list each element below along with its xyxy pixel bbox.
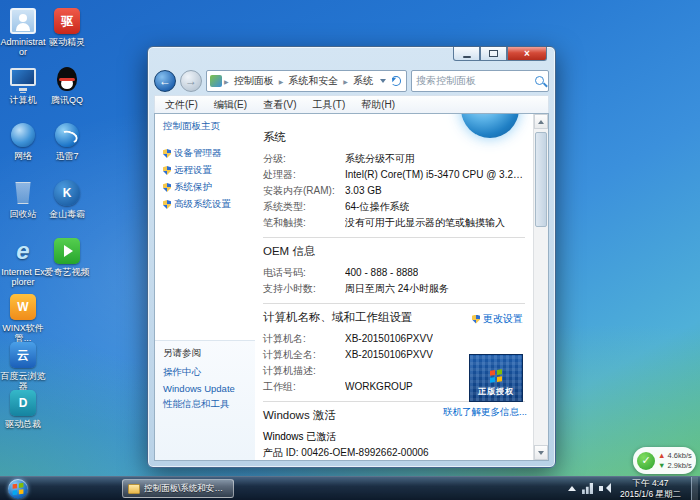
desktop-icon-qq[interactable]: 腾讯QQ: [44, 64, 90, 105]
close-icon: ×: [524, 48, 530, 59]
desktop-icon-label: 网络: [0, 151, 46, 161]
sidebar-item-label: 远程设置: [174, 164, 212, 177]
sidebar-item-action-center[interactable]: 操作中心: [163, 366, 255, 379]
system-window: × ← → 控制面板 系统和安全 系统: [147, 46, 556, 468]
breadcrumb-separator-icon: [279, 75, 284, 86]
back-button[interactable]: ←: [154, 70, 176, 92]
menu-edit[interactable]: 编辑(E): [206, 98, 255, 112]
hidden-icons-arrow-icon[interactable]: [568, 486, 576, 491]
section-divider: [263, 237, 525, 238]
sidebar-item-label: 性能信息和工具: [163, 398, 230, 411]
menu-view[interactable]: 查看(V): [255, 98, 304, 112]
change-settings-label: 更改设置: [483, 312, 523, 326]
forward-button[interactable]: →: [180, 70, 202, 92]
volume-tray-icon[interactable]: [599, 483, 610, 494]
row-label: 电话号码:: [263, 265, 345, 281]
winx-icon: W: [10, 294, 36, 320]
sidebar-item-remote-settings[interactable]: 远程设置: [163, 164, 255, 177]
desktop-icon-administrator[interactable]: Administrator: [0, 6, 46, 58]
minimize-button[interactable]: [453, 47, 480, 61]
desktop-icon-iqiyi[interactable]: 爱奇艺视频: [44, 236, 90, 277]
breadcrumb-system-security[interactable]: 系统和安全: [285, 73, 341, 89]
breadcrumb-system[interactable]: 系统: [350, 73, 376, 89]
sidebar-item-windows-update[interactable]: Windows Update: [163, 383, 255, 394]
desktop-icon-baidu-browser[interactable]: 云 百度云浏览器: [0, 340, 46, 392]
desktop-icon-kingsoft[interactable]: K 金山毒霸: [44, 178, 90, 219]
row-support-hours: 支持小时数: 周日至周六 24小时服务: [263, 281, 525, 297]
sidebar-item-label: 高级系统设置: [174, 198, 231, 211]
refresh-icon[interactable]: [391, 76, 401, 86]
desktop-icon-recycle-bin[interactable]: 回收站: [0, 178, 46, 219]
navigation-bar: ← → 控制面板 系统和安全 系统: [154, 67, 549, 94]
desktop-icon-computer[interactable]: 计算机: [0, 64, 46, 105]
show-desktop-button[interactable]: [691, 477, 698, 500]
desktop-icon-driver-president[interactable]: D 驱动总裁: [0, 388, 46, 429]
row-processor: 处理器: Intel(R) Core(TM) i5-3470 CPU @ 3.2…: [263, 167, 525, 183]
product-id: 产品 ID: 00426-OEM-8992662-00006: [263, 445, 429, 460]
row-product-id: 产品 ID: 00426-OEM-8992662-00006: [263, 445, 525, 460]
search-icon[interactable]: [535, 76, 544, 85]
desktop-icon-thunder[interactable]: 迅雷7: [44, 120, 90, 161]
taskbar: 控制面板\系统和安全\系统 下午 4:47 2015/1/6 星期二: [0, 476, 700, 500]
scrollbar-thumb[interactable]: [535, 132, 547, 227]
row-computer-name: 计算机名: XB-20150106PXVV: [263, 331, 525, 347]
sidebar: 控制面板主页 设备管理器 远程设置 系统保护: [155, 114, 255, 460]
address-bar[interactable]: 控制面板 系统和安全 系统: [206, 70, 407, 92]
vertical-scrollbar[interactable]: [533, 114, 548, 460]
download-speed: 2.9kb/s: [668, 461, 692, 470]
desktop-icon-network[interactable]: 网络: [0, 120, 46, 161]
menu-help[interactable]: 帮助(H): [353, 98, 403, 112]
desktop-icon-winx[interactable]: W WINX软件管...: [0, 292, 46, 344]
rating-link[interactable]: 系统分级不可用: [345, 151, 415, 167]
row-label: 处理器:: [263, 167, 345, 183]
taskbar-window-button[interactable]: 控制面板\系统和安全\系统: [122, 479, 234, 498]
uac-shield-icon: [163, 166, 171, 175]
see-also-title: 另请参阅: [163, 347, 255, 360]
scroll-up-button[interactable]: [534, 114, 548, 129]
tray-date: 2015/1/6 星期二: [620, 489, 681, 500]
desktop-icon-label: 驱动精灵: [44, 37, 90, 47]
menu-tools[interactable]: 工具(T): [304, 98, 353, 112]
row-os-type: 系统类型: 64-位操作系统: [263, 199, 525, 215]
row-value: 周日至周六 24小时服务: [345, 281, 449, 297]
tray-time: 下午 4:47: [620, 478, 681, 489]
row-label: 支持小时数:: [263, 281, 345, 297]
maximize-button[interactable]: [480, 47, 507, 61]
desktop-icon-label: 驱动总裁: [0, 419, 46, 429]
section-divider: [263, 303, 525, 304]
net-speed-widget[interactable]: ✓ ▲ 4.6kb/s ▼ 2.9kb/s: [633, 447, 696, 474]
desktop-icon-label: Administrator: [0, 37, 46, 58]
sidebar-item-system-protection[interactable]: 系统保护: [163, 181, 255, 194]
uac-shield-icon: [163, 183, 171, 192]
user-folder-icon: [10, 8, 36, 34]
sidebar-item-performance-tools[interactable]: 性能信息和工具: [163, 398, 255, 411]
network-tray-icon[interactable]: [582, 483, 593, 494]
tray-clock[interactable]: 下午 4:47 2015/1/6 星期二: [616, 478, 685, 499]
row-value: WORKGROUP: [345, 379, 413, 395]
breadcrumb-control-panel[interactable]: 控制面板: [231, 73, 277, 89]
upload-arrow-icon: ▲: [658, 451, 665, 460]
desktop-icon-label: 金山毒霸: [44, 209, 90, 219]
speed-readout: ▲ 4.6kb/s ▼ 2.9kb/s: [658, 451, 692, 471]
close-button[interactable]: ×: [507, 47, 547, 61]
desktop-icon-ie[interactable]: e Internet Explorer: [0, 236, 46, 288]
scroll-up-icon: [538, 120, 544, 124]
sidebar-item-device-manager[interactable]: 设备管理器: [163, 147, 255, 160]
sidebar-item-label: 操作中心: [163, 366, 201, 379]
search-input[interactable]: [416, 75, 526, 86]
learn-more-link[interactable]: 联机了解更多信息...: [443, 406, 527, 419]
explorer-window-icon: [128, 484, 140, 494]
breadcrumb-separator-icon: [343, 75, 348, 86]
qq-penguin-icon: [57, 67, 77, 91]
sidebar-item-advanced-settings[interactable]: 高级系统设置: [163, 198, 255, 211]
change-settings-link[interactable]: 更改设置: [472, 312, 523, 326]
menu-file[interactable]: 文件(F): [157, 98, 206, 112]
sidebar-item-control-panel-home[interactable]: 控制面板主页: [163, 120, 255, 133]
desktop-icon-driver-genius[interactable]: 驱 驱动精灵: [44, 6, 90, 47]
address-dropdown-icon[interactable]: [380, 79, 386, 83]
scroll-down-button[interactable]: [534, 445, 548, 460]
genuine-windows-badge[interactable]: 正版授权: [469, 354, 523, 402]
uac-shield-icon: [163, 200, 171, 209]
start-button[interactable]: [8, 479, 28, 499]
desktop-icon-label: 计算机: [0, 95, 46, 105]
